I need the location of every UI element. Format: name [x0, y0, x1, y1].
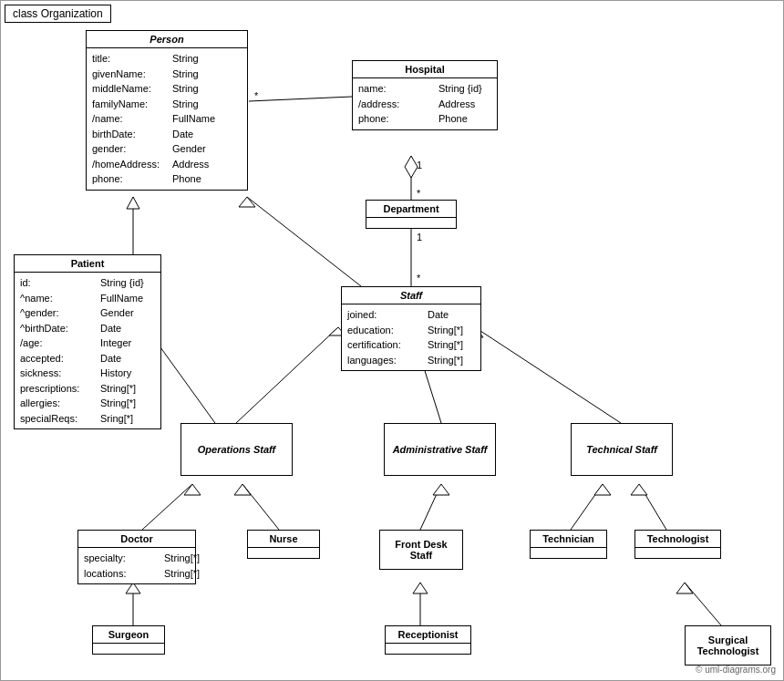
class-staff: Staff joined:Date education:String[*] ce…	[341, 286, 481, 371]
svg-text:*: *	[417, 273, 421, 284]
class-operations-staff-name: Operations Staff	[181, 424, 292, 475]
class-department-name: Department	[366, 201, 456, 218]
class-technical-staff-name: Technical Staff	[572, 424, 672, 475]
svg-marker-21	[184, 484, 201, 495]
svg-text:1: 1	[417, 160, 422, 170]
class-doctor: Doctor specialty:String[*] locations:Str…	[77, 530, 196, 584]
class-staff-name: Staff	[342, 287, 480, 304]
class-surgical-technologist: Surgical Technologist	[685, 625, 771, 666]
svg-marker-29	[631, 484, 647, 495]
class-nurse-name: Nurse	[248, 531, 319, 548]
svg-line-24	[420, 484, 441, 530]
class-surgeon: Surgeon	[92, 625, 165, 655]
svg-line-26	[571, 484, 603, 530]
class-person: Person title:String givenName:String mid…	[86, 30, 248, 191]
class-technologist: Technologist	[634, 530, 721, 559]
class-receptionist-name: Receptionist	[386, 626, 470, 644]
class-technician-name: Technician	[531, 531, 606, 548]
svg-text:*: *	[254, 90, 259, 101]
svg-line-0	[249, 97, 352, 101]
class-doctor-attrs: specialty:String[*] locations:String[*]	[78, 548, 195, 583]
class-patient: Patient id:String {id} ^name:FullName ^g…	[14, 254, 161, 429]
diagram-title: class Organization	[5, 5, 111, 23]
class-nurse: Nurse	[247, 530, 320, 559]
svg-line-20	[142, 484, 192, 530]
svg-marker-33	[413, 583, 428, 593]
svg-marker-10	[127, 197, 139, 209]
copyright: © uml-diagrams.org	[696, 665, 776, 675]
class-administrative-staff: Administrative Staff	[384, 423, 496, 476]
class-front-desk-staff-name: Front Desk Staff	[380, 531, 462, 569]
class-operations-staff: Operations Staff	[181, 423, 293, 476]
svg-line-18	[475, 327, 621, 423]
svg-line-22	[242, 484, 279, 530]
class-technologist-name: Technologist	[635, 531, 720, 548]
class-hospital: Hospital name:String {id} /address:Addre…	[352, 60, 498, 130]
svg-marker-35	[676, 583, 693, 593]
class-patient-attrs: id:String {id} ^name:FullName ^gender:Ge…	[15, 273, 160, 428]
class-receptionist: Receptionist	[385, 625, 471, 655]
svg-marker-27	[594, 484, 611, 495]
class-administrative-staff-name: Administrative Staff	[385, 424, 495, 475]
diagram-container: class Organization * 1 * 1 * *	[0, 0, 784, 681]
class-surgeon-name: Surgeon	[93, 626, 164, 644]
svg-text:1: 1	[417, 232, 422, 242]
class-hospital-attrs: name:String {id} /address:Address phone:…	[353, 78, 497, 129]
class-department: Department	[366, 200, 457, 229]
class-front-desk-staff: Front Desk Staff	[379, 530, 463, 570]
class-hospital-name: Hospital	[353, 61, 497, 78]
svg-line-34	[685, 583, 721, 625]
svg-marker-3	[405, 156, 418, 178]
svg-text:*: *	[417, 188, 421, 199]
svg-marker-25	[433, 484, 449, 495]
class-surgical-technologist-name: Surgical Technologist	[686, 626, 770, 665]
class-doctor-name: Doctor	[78, 531, 195, 548]
class-patient-name: Patient	[15, 255, 160, 273]
class-person-name: Person	[87, 31, 247, 48]
class-technician: Technician	[530, 530, 607, 559]
class-technical-staff: Technical Staff	[571, 423, 673, 476]
svg-line-28	[639, 484, 666, 530]
class-staff-attrs: joined:Date education:String[*] certific…	[342, 304, 480, 370]
svg-line-11	[247, 197, 361, 286]
class-person-attrs: title:String givenName:String middleName…	[87, 48, 247, 190]
svg-line-14	[236, 327, 338, 423]
svg-marker-23	[234, 484, 251, 495]
svg-marker-12	[239, 197, 255, 207]
